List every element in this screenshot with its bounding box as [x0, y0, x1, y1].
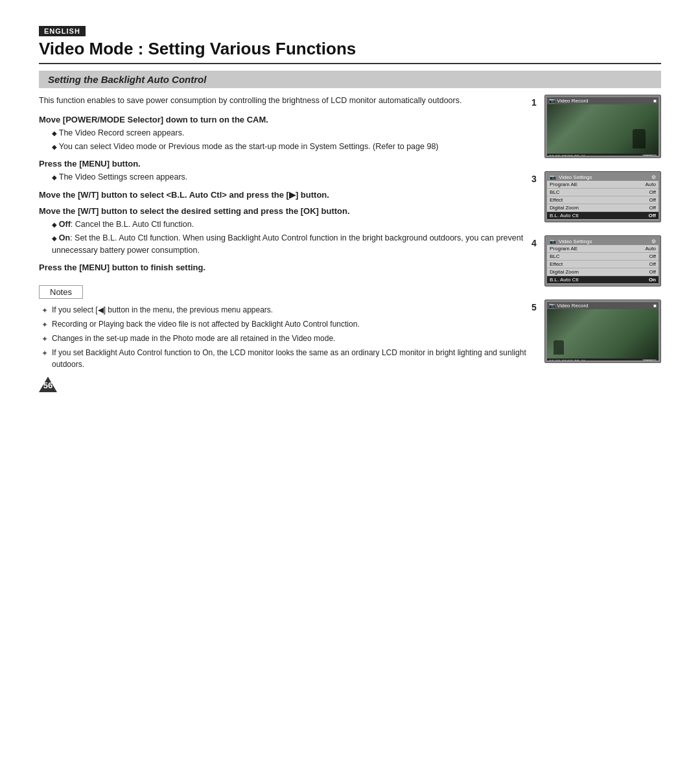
- step-5: Press the [MENU] button to finish settin…: [39, 263, 531, 272]
- note-3: ✦ Changes in the set-up made in the Phot…: [39, 333, 531, 345]
- screen-4-row-2: BLCOff: [547, 253, 659, 261]
- right-sidebar: 1 📷 Video Record ■ 00:00:07/00:33:41 STB…: [544, 95, 661, 370]
- step-5-title: Press the [MENU] button to finish settin…: [39, 263, 531, 272]
- notes-section: Notes ✦ If you select [◀] button in the …: [39, 279, 531, 370]
- screen-3: 📷 Video Settings ⚙ Program AEAuto BLCOff…: [544, 171, 661, 222]
- english-badge: ENGLISH: [39, 26, 86, 36]
- screen-3-row-3: EffectOff: [547, 196, 659, 204]
- screen-3-row-5: B.L. Auto CtlOff: [547, 212, 659, 220]
- screen-3-row-1: Program AEAuto: [547, 181, 659, 189]
- step-4-bullet-2: On: Set the B.L. Auto Ctl function. When…: [39, 232, 531, 257]
- screen-4-inner: 📷 Video Settings ⚙ Program AEAuto BLCOff…: [547, 238, 659, 284]
- note-cross-4: ✦: [41, 347, 48, 359]
- step-1-bullet-1: The Video Record screen appears.: [39, 127, 531, 139]
- screen-3-row-4: Digital ZoomOff: [547, 204, 659, 212]
- screen-4-header: 📷 Video Settings ⚙: [547, 238, 659, 245]
- step-3-title: Move the [W/T] button to select <B.L. Au…: [39, 190, 531, 200]
- screen-1-inner: 📷 Video Record ■ 00:00:07/00:33:41 STBY: [547, 97, 659, 156]
- note-1: ✦ If you select [◀] button in the menu, …: [39, 304, 531, 316]
- screen-1-header: 📷 Video Record ■: [547, 97, 659, 104]
- step-3: Move the [W/T] button to select <B.L. Au…: [39, 190, 531, 200]
- step-4: Move the [W/T] button to select the desi…: [39, 206, 531, 256]
- notes-box: Notes: [39, 285, 83, 299]
- step-1-title: Move [POWER/MODE Selector] down to turn …: [39, 115, 531, 124]
- intro-text: This function enables to save power cons…: [39, 95, 531, 107]
- note-cross-2: ✦: [41, 319, 48, 331]
- screen-4-row-5: B.L. Auto CtlOn: [547, 276, 659, 284]
- screen-3-inner: 📷 Video Settings ⚙ Program AEAuto BLCOff…: [547, 174, 659, 220]
- screen-5: 📷 Video Record ■ 00:00:08/00:33:41 STBY: [544, 299, 661, 363]
- screen-4: 📷 Video Settings ⚙ Program AEAuto BLCOff…: [544, 235, 661, 287]
- step-2-bullet-1: The Video Settings screen appears.: [39, 171, 531, 183]
- screen-1: 📷 Video Record ■ 00:00:07/00:33:41 STBY: [544, 95, 661, 158]
- page-num-wrap: 56: [39, 377, 57, 394]
- note-cross-1: ✦: [41, 305, 48, 316]
- screen-num-1: 1: [531, 97, 537, 108]
- screen-5-header: 📷 Video Record ■: [547, 302, 659, 309]
- screen-5-bottom: 00:00:08/00:33:41 STBY: [547, 358, 659, 360]
- left-content: This function enables to save power cons…: [39, 95, 531, 394]
- step-1-bullet-2: You can select Video mode or Previous mo…: [39, 141, 531, 153]
- screen-3-header: 📷 Video Settings ⚙: [547, 174, 659, 181]
- screen-4-row-4: Digital ZoomOff: [547, 268, 659, 276]
- screen-num-3: 3: [531, 174, 537, 184]
- page-title: Video Mode : Setting Various Functions: [39, 39, 661, 64]
- note-2: ✦ Recording or Playing back the video fi…: [39, 318, 531, 331]
- page-num-text: 56: [43, 381, 52, 390]
- note-cross-3: ✦: [41, 333, 48, 345]
- section-header: Setting the Backlight Auto Control: [39, 71, 661, 88]
- screen-4-row-1: Program AEAuto: [547, 245, 659, 253]
- screen-num-5: 5: [531, 302, 537, 312]
- page-number-badge: 56: [39, 377, 531, 394]
- step-1: Move [POWER/MODE Selector] down to turn …: [39, 115, 531, 153]
- step-2-title: Press the [MENU] button.: [39, 159, 531, 169]
- step-4-title: Move the [W/T] button to select the desi…: [39, 206, 531, 216]
- screen-3-row-2: BLCOff: [547, 189, 659, 196]
- step-2: Press the [MENU] button. The Video Setti…: [39, 159, 531, 183]
- screen-1-bottom: 00:00:07/00:33:41 STBY: [547, 154, 659, 156]
- screen-5-image: [547, 309, 659, 358]
- step-4-bullet-1: Off: Cancel the B.L. Auto Ctl function.: [39, 218, 531, 231]
- screen-4-row-3: EffectOff: [547, 261, 659, 268]
- note-4: ✦ If you set Backlight Auto Control func…: [39, 347, 531, 370]
- screen-5-inner: 📷 Video Record ■ 00:00:08/00:33:41 STBY: [547, 302, 659, 360]
- screen-num-4: 4: [531, 238, 537, 248]
- screen-1-image: [547, 104, 659, 154]
